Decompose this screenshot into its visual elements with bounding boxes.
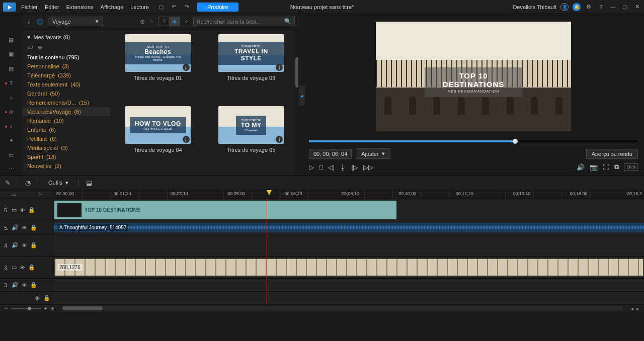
category-item[interactable]: Sportif (13) xyxy=(22,152,110,161)
template-item[interactable]: OUR TRIP TOBeachesTravel the world · Exp… xyxy=(115,34,201,98)
category-item[interactable]: Nouvelles (2) xyxy=(22,161,110,170)
category-all[interactable]: Tout le contenu (795) xyxy=(22,53,110,62)
visibility-icon[interactable]: 👁 xyxy=(22,242,27,248)
panel-scrollbar[interactable] xyxy=(295,29,299,175)
overlay-room-icon[interactable]: ▣ xyxy=(4,49,18,60)
prev-frame-button[interactable]: ◁| xyxy=(328,163,335,171)
produce-button[interactable]: Produire xyxy=(197,3,238,12)
category-item[interactable]: Pétillant (6) xyxy=(22,134,110,143)
transition-room-icon[interactable]: ⟐ xyxy=(4,92,18,103)
more-rooms-icon[interactable]: ⋯ xyxy=(4,163,18,175)
scroll-right-icon[interactable]: ▸ xyxy=(636,306,639,311)
lock-icon[interactable]: 🔒 xyxy=(28,207,35,213)
track-content[interactable] xyxy=(54,234,644,256)
template-item[interactable]: HOW TO VLOGULTIMATE GUIDE⭳Titres de voya… xyxy=(115,106,201,170)
menu-display[interactable]: Affichage xyxy=(101,4,124,10)
user-icon[interactable]: 👤 xyxy=(560,3,569,11)
tag-icon[interactable]: 🏷 xyxy=(27,44,33,51)
zoom-in-button[interactable]: + xyxy=(44,306,47,311)
lock-icon[interactable]: 🔒 xyxy=(43,295,50,301)
popout-icon[interactable]: ⧉ xyxy=(614,163,619,171)
pip-room-icon[interactable]: ▤ xyxy=(4,63,18,74)
collapse-panel-handle[interactable]: ◂ xyxy=(299,86,305,106)
favorites-row[interactable]: ♥ Mes favoris (0) xyxy=(22,32,110,42)
timecode-display[interactable]: 00; 00; 06; 04 xyxy=(309,149,352,159)
pen-tool-icon[interactable]: ✎ xyxy=(5,179,11,187)
settings-icon[interactable]: ⚙ xyxy=(585,3,593,11)
lock-icon[interactable]: 🔒 xyxy=(30,282,37,288)
notifications-icon[interactable]: 🔔 xyxy=(573,3,581,11)
fit-dropdown[interactable]: Ajuster▾ xyxy=(356,148,390,159)
edit-title-icon[interactable]: ✎ xyxy=(149,18,154,25)
menu-playback[interactable]: Lecture xyxy=(130,4,149,10)
lock-icon[interactable]: 🔒 xyxy=(30,224,37,231)
category-item[interactable]: Enfants (6) xyxy=(22,125,110,134)
template-item[interactable]: SUMMER'21TRAVEL IN STYLE⭳Titres de voyag… xyxy=(209,34,294,98)
audio-room-icon[interactable]: ♪ xyxy=(4,121,18,132)
menu-edit[interactable]: Éditer xyxy=(45,4,59,10)
close-icon[interactable]: ✕ xyxy=(633,3,641,11)
track-content[interactable]: TOP 10 DESTINATIONS xyxy=(54,199,644,221)
expand-icon[interactable]: ⛶ xyxy=(603,163,609,171)
track-content[interactable] xyxy=(54,292,644,304)
scroll-left-icon[interactable]: ◂ xyxy=(631,306,633,311)
visibility-icon[interactable]: 👁 xyxy=(22,282,27,288)
lock-icon[interactable]: 🔒 xyxy=(28,264,35,271)
add-track-button[interactable]: ⊕ xyxy=(50,306,54,311)
keyframe-icon[interactable]: ⬓ xyxy=(86,179,92,187)
save-icon[interactable]: ▢ xyxy=(157,3,165,11)
download-icon[interactable]: ⭳ xyxy=(276,136,283,143)
stop-button[interactable]: □ xyxy=(319,163,323,171)
track-content[interactable] xyxy=(54,279,644,291)
download-icon[interactable]: ⭳ xyxy=(276,64,283,71)
title-clip[interactable]: TOP 10 DESTINATIONS xyxy=(54,201,396,219)
track-content[interactable]: 288,1276 xyxy=(54,257,644,278)
maximize-icon[interactable]: ▢ xyxy=(621,3,629,11)
category-item[interactable]: Remerciements/D... (15) xyxy=(22,98,110,107)
menu-extensions[interactable]: Extensions xyxy=(66,4,94,10)
category-item[interactable]: Média social (3) xyxy=(22,143,110,152)
fast-forward-button[interactable]: ▷▷ xyxy=(363,163,373,171)
add-tag-icon[interactable]: ⊕ xyxy=(38,44,42,51)
template-item[interactable]: SUBSCRIBETO MYChannel⭳Titres de voyage 0… xyxy=(209,106,294,170)
menu-file[interactable]: Fichier xyxy=(21,4,38,10)
new-title-icon[interactable]: ⊕ xyxy=(140,18,145,25)
timeline-ruler[interactable]: 00;00;0000;01;2000;03;1000;05;0000;06;20… xyxy=(54,190,644,199)
category-item[interactable]: Vacances/Voyage (8) xyxy=(22,107,110,116)
timeline-scrollbar[interactable] xyxy=(62,306,623,310)
category-item[interactable]: Romance (10) xyxy=(22,116,110,125)
globe-icon[interactable]: 🌐 xyxy=(36,18,44,25)
visibility-icon[interactable]: 👁 xyxy=(20,207,25,213)
redo-icon[interactable]: ↷ xyxy=(183,3,191,11)
snapshot-button[interactable]: ⭳ xyxy=(340,163,346,171)
fx-room-icon[interactable]: fx xyxy=(4,106,18,118)
minimize-icon[interactable]: — xyxy=(609,3,617,11)
volume-icon[interactable]: 🔊 xyxy=(577,163,585,171)
preview-seek-bar[interactable] xyxy=(309,140,638,142)
category-dropdown[interactable]: Voyage▾ xyxy=(48,17,103,26)
chapter-room-icon[interactable]: ▭ xyxy=(4,149,18,161)
download-icon[interactable]: ⭳ xyxy=(183,136,190,143)
marker-icon[interactable]: ◔ xyxy=(25,179,31,187)
download-icon[interactable]: ⭳ xyxy=(183,64,190,71)
category-item[interactable]: Personnalisé (3) xyxy=(22,62,110,71)
grid-view-button[interactable]: ⊞ xyxy=(169,17,180,26)
play-button[interactable]: ▷ xyxy=(309,163,314,171)
help-icon[interactable]: ? xyxy=(597,3,605,11)
track-content[interactable]: A Thoughtful Journey_514057 xyxy=(54,221,644,234)
tools-dropdown[interactable]: Outils▾ xyxy=(45,180,71,186)
category-item[interactable]: Général (50) xyxy=(22,89,110,98)
track-view-a-icon[interactable]: ▭ xyxy=(11,191,16,198)
visibility-icon[interactable]: 👁 xyxy=(35,295,40,301)
zoom-slider[interactable] xyxy=(11,308,41,309)
particle-room-icon[interactable]: ✦ xyxy=(4,135,18,146)
audio-clip[interactable]: A Thoughtful Journey_514057 xyxy=(54,223,644,232)
track-view-b-icon[interactable]: ⊩ xyxy=(38,191,43,198)
category-item[interactable]: Texte seulement (40) xyxy=(22,80,110,89)
thumb-size-icon[interactable]: ⁘ xyxy=(184,18,189,25)
import-icon[interactable]: ⭳ xyxy=(26,18,32,25)
list-view-button[interactable]: ≣ xyxy=(158,17,169,26)
next-frame-button[interactable]: |▷ xyxy=(351,163,358,171)
camera-icon[interactable]: 📷 xyxy=(590,163,598,171)
category-item[interactable]: Téléchargé (339) xyxy=(22,71,110,80)
